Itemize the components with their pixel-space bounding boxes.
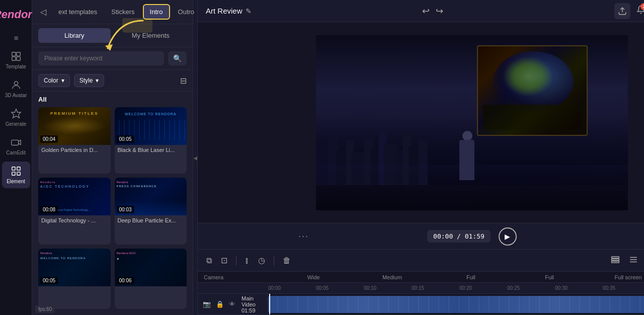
duration-badge: 00:08 (40, 206, 58, 213)
delete-button[interactable]: 🗑 (280, 254, 293, 268)
template-thumb: Rendora AIGC ◈ 00:06 (115, 249, 187, 286)
person-head (462, 131, 472, 141)
svg-marker-5 (11, 109, 20, 118)
template-name (38, 286, 111, 291)
shot-label-wide: Wide (274, 274, 353, 280)
sub-tabs-row: Library My Elements (32, 24, 193, 47)
video-area: ? (198, 22, 644, 223)
template-card[interactable]: Rendora AIGC TECHNOLOGY ona Digital Tech… (38, 178, 111, 244)
svg-rect-3 (16, 57, 20, 60)
svg-rect-10 (17, 172, 20, 175)
main-content: Art Review ✎ ↩ ↪ (198, 0, 644, 315)
ruler-mark: 00:35 (603, 285, 644, 291)
camera-label: Camera (204, 274, 274, 280)
tab-back-button[interactable]: ◁ (36, 5, 50, 19)
color-filter[interactable]: Color ▾ (38, 74, 70, 87)
template-card[interactable]: Rendora AIGC ◈ 00:06 (115, 249, 187, 309)
home-icon: ⊞ (14, 35, 18, 41)
svg-rect-6 (11, 140, 18, 145)
template-card[interactable]: PREMIUM TITLES 00:04 Golden Particles in… (38, 107, 111, 174)
camedit-icon (11, 137, 22, 148)
more-options[interactable]: ··· (298, 231, 309, 242)
template-name: Digital Technology - ... (38, 215, 111, 226)
list-icon (629, 255, 638, 264)
sub-tab-library[interactable]: Library (38, 28, 111, 43)
toolbar-divider (274, 256, 274, 266)
template-icon (11, 51, 22, 62)
play-button[interactable]: ▶ (499, 227, 517, 246)
shot-label-fullscreen: Full screen (589, 274, 644, 280)
sidebar-item-label: Element (7, 179, 25, 184)
chevron-down-icon: ▾ (61, 77, 64, 84)
track-lock-button[interactable]: 🔒 (215, 299, 225, 309)
template-card[interactable]: WELCOME TO RENDORA 00:05 Black & Blue La… (115, 107, 187, 174)
sidebar-item-element[interactable]: Element (2, 162, 30, 188)
search-button[interactable]: 🔍 (168, 51, 187, 65)
template-card[interactable]: Rendora PRESS CONFERENCE 00:03 Deep Blue… (115, 178, 187, 244)
video-clip[interactable] (268, 296, 644, 313)
template-thumb: Rendora WELCOME TO RENDORA 00:05 (38, 249, 111, 286)
svg-rect-2 (12, 57, 15, 60)
total-time: 01:59 (465, 232, 485, 240)
water-reflection (316, 185, 628, 210)
svg-rect-8 (17, 167, 20, 170)
current-time: 00:00 (433, 232, 453, 240)
track-camera-button[interactable]: 📷 (202, 299, 212, 309)
duration-badge: 00:04 (40, 135, 58, 143)
playback-left: ··· (298, 231, 309, 242)
project-title-text: Art Review (206, 7, 243, 15)
upload-button[interactable] (614, 3, 630, 19)
track-label: Main Video 01:59 (242, 295, 264, 313)
panel-collapse-handle[interactable]: ◂ (193, 0, 198, 315)
list-view-button[interactable] (626, 253, 640, 269)
tab-intro[interactable]: Intro (143, 4, 170, 20)
speed-button[interactable]: ◷ (256, 253, 268, 268)
redo-button[interactable]: ↪ (434, 4, 445, 19)
duration-badge: 00:05 (40, 277, 58, 284)
track-content[interactable] (268, 294, 644, 314)
project-title: Art Review ✎ (206, 7, 252, 15)
filter-row: Color ▾ Style ▾ ⊟ (32, 70, 193, 92)
track-visible-button[interactable]: 👁 (228, 299, 236, 309)
svg-rect-35 (611, 257, 619, 258)
filter-options-button[interactable]: ⊟ (180, 76, 187, 86)
paste-button[interactable]: ⊡ (218, 253, 230, 268)
time-display[interactable]: 00:00 / 01:59 (427, 230, 491, 243)
template-thumb: Rendora PRESS CONFERENCE 00:03 (115, 178, 187, 215)
multi-track-button[interactable] (608, 253, 622, 269)
person-body (459, 140, 474, 180)
tabs-row: ◁ ext templates Stickers Intro Outro (32, 0, 193, 24)
sidebar-item-template[interactable]: Template (2, 47, 30, 73)
edit-title-icon[interactable]: ✎ (246, 7, 252, 15)
template-thumb: WELCOME TO RENDORA 00:05 (115, 107, 187, 145)
shot-label-full1: Full (432, 274, 510, 280)
track-row: 📷 🔒 👁 Main Video 01:59 (198, 294, 644, 315)
template-name: Deep Blue Particle Ex... (115, 215, 187, 226)
duration-badge: 00:05 (117, 135, 134, 143)
upload-icon (618, 7, 627, 16)
sidebar-item-3davatar[interactable]: 3D Avatar (2, 75, 30, 102)
copy-button[interactable]: ⧉ (204, 254, 214, 268)
sidebar-item-camedit[interactable]: CamEdit (2, 133, 30, 160)
video-background (316, 35, 628, 210)
tab-outro[interactable]: Outro (172, 5, 201, 19)
split-button[interactable]: ⫿ (243, 254, 252, 268)
search-input[interactable] (38, 51, 164, 65)
swirl-2 (503, 56, 553, 97)
sub-tab-my-elements[interactable]: My Elements (115, 28, 187, 43)
sidebar-item-home[interactable]: ⊞ (2, 31, 30, 45)
template-card[interactable]: Rendora WELCOME TO RENDORA 00:05 (38, 249, 111, 309)
tab-stickers[interactable]: Stickers (105, 5, 140, 19)
toolbar-right: Save (608, 253, 644, 269)
notifications-button[interactable]: 2 (636, 5, 644, 17)
toolbar-right: 2 Export (614, 3, 644, 19)
ruler-mark: 00:30 (555, 285, 603, 291)
sidebar-item-generate[interactable]: Generate (2, 104, 30, 131)
color-filter-label: Color (44, 77, 58, 84)
tab-text-templates[interactable]: ext templates (52, 5, 103, 19)
template-name: Golden Particles in D... (38, 145, 111, 156)
undo-button[interactable]: ↩ (420, 4, 432, 19)
playhead (269, 294, 270, 314)
ruler-mark: 00:10 (364, 285, 412, 291)
style-filter[interactable]: Style ▾ (74, 74, 105, 87)
